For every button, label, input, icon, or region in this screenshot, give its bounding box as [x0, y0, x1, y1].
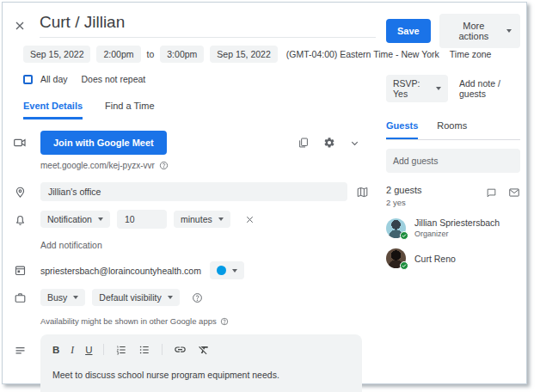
main-tabs: Event Details Find a Time — [23, 101, 376, 119]
rsvp-row: RSVP: Yes Add note / guests — [386, 75, 520, 102]
end-date-button[interactable]: Sep 15, 2022 — [210, 46, 277, 63]
google-meet-row: Join with Google Meet — [3, 131, 376, 155]
bold-button[interactable]: B — [52, 345, 59, 355]
side-panel: Save More actions RSVP: Yes Add note / g… — [386, 3, 520, 268]
add-guests-input[interactable]: Add guests — [386, 149, 520, 173]
dropdown-arrow-icon — [232, 269, 237, 273]
accepted-check-icon — [400, 261, 408, 270]
title-field[interactable]: Curt / Jillian — [40, 13, 376, 38]
insert-link-button[interactable] — [174, 343, 187, 356]
map-icon[interactable] — [356, 186, 369, 199]
meet-link: meet.google.com/kej-pyzx-vvr — [40, 161, 155, 170]
envelope-icon[interactable] — [508, 187, 520, 199]
bulleted-list-button[interactable] — [138, 344, 150, 356]
italic-button[interactable]: I — [71, 345, 74, 355]
underline-button[interactable]: U — [85, 345, 92, 355]
dropdown-arrow-icon — [506, 29, 512, 33]
guest-name: Jillian Spriestersbach — [414, 217, 500, 228]
join-meet-button[interactable]: Join with Google Meet — [40, 131, 167, 155]
event-title[interactable]: Curt / Jillian — [40, 13, 376, 32]
add-note-guests-button[interactable]: Add note / guests — [459, 78, 520, 99]
tab-event-details[interactable]: Event Details — [23, 101, 83, 119]
close-icon[interactable] — [13, 19, 27, 33]
dropdown-arrow-icon — [73, 296, 78, 299]
meet-actions — [298, 137, 360, 149]
all-day-label[interactable]: All day — [40, 74, 68, 84]
location-input[interactable]: Jillian's office — [40, 182, 347, 201]
dropdown-arrow-icon — [168, 296, 173, 299]
guest-name: Curt Reno — [414, 254, 456, 264]
end-time-button[interactable]: 3:00pm — [160, 46, 204, 63]
availability-row: Busy Default visibility — [3, 289, 376, 306]
rsvp-dropdown[interactable]: RSVP: Yes — [386, 75, 448, 102]
guests-header: 2 guests 2 yes — [386, 185, 520, 207]
briefcase-icon — [9, 291, 30, 304]
guest-row[interactable]: Curt Reno — [386, 248, 520, 268]
event-color-dropdown[interactable] — [210, 261, 244, 279]
calendar-owner-email: spriestersbach@loraincountyhealth.com — [40, 266, 201, 276]
add-notification-button[interactable]: Add notification — [40, 240, 102, 250]
guests-tabs: Guests Rooms — [386, 120, 520, 140]
tab-rooms[interactable]: Rooms — [437, 120, 467, 139]
busy-dropdown[interactable]: Busy — [40, 289, 85, 306]
dropdown-arrow-icon — [98, 217, 103, 221]
help-icon[interactable] — [220, 317, 229, 326]
toolbar-divider — [162, 344, 163, 355]
tab-guests[interactable]: Guests — [386, 120, 418, 139]
tab-find-a-time[interactable]: Find a Time — [105, 101, 154, 119]
datetime-row: Sep 15, 2022 2:00pm to 3:00pm Sep 15, 20… — [23, 46, 376, 63]
start-date-button[interactable]: Sep 15, 2022 — [23, 46, 90, 63]
start-time-button[interactable]: 2:00pm — [96, 46, 140, 63]
all-day-checkbox[interactable] — [23, 75, 33, 84]
to-label: to — [147, 49, 155, 59]
allday-row: All day Does not repeat — [23, 74, 376, 84]
notification-type-dropdown[interactable]: Notification — [40, 211, 110, 228]
description-icon — [9, 334, 30, 356]
dropdown-arrow-icon — [436, 87, 441, 90]
clear-formatting-button[interactable] — [198, 344, 210, 356]
copy-icon[interactable] — [298, 137, 310, 149]
avatar — [386, 218, 406, 238]
accepted-check-icon — [400, 231, 408, 240]
notification-unit-dropdown[interactable]: minutes — [174, 211, 230, 228]
help-icon[interactable] — [159, 161, 169, 170]
notification-value-input[interactable]: 10 — [117, 210, 167, 229]
remove-notification-icon[interactable] — [244, 214, 255, 225]
calendar-icon — [9, 264, 30, 277]
event-form: Curt / Jillian Sep 15, 2022 2:00pm to 3:… — [3, 3, 376, 392]
meet-link-row: meet.google.com/kej-pyzx-vvr — [40, 161, 376, 170]
guest-yes-count: 2 yes — [386, 198, 422, 207]
toolbar-divider — [103, 344, 104, 355]
location-row: Jillian's office — [3, 182, 376, 201]
location-pin-icon — [9, 186, 30, 199]
dropdown-arrow-icon — [218, 217, 224, 221]
help-icon[interactable] — [192, 292, 203, 303]
numbered-list-button[interactable] — [115, 344, 127, 356]
bell-icon — [9, 213, 30, 226]
chat-icon[interactable] — [486, 187, 497, 199]
recurrence-dropdown[interactable]: Does not repeat — [82, 74, 146, 84]
calendar-row: spriestersbach@loraincountyhealth.com — [3, 261, 376, 279]
visibility-dropdown[interactable]: Default visibility — [92, 289, 179, 306]
avatar — [386, 248, 406, 268]
availability-note: Availability might be shown in other Goo… — [40, 316, 376, 326]
guest-row[interactable]: Jillian Spriestersbach Organizer — [386, 217, 520, 238]
color-dot — [217, 266, 226, 275]
guest-actions — [486, 185, 520, 199]
notification-row: Notification 10 minutes — [3, 210, 376, 229]
format-toolbar: B I U — [40, 334, 362, 359]
chevron-down-icon[interactable] — [349, 138, 360, 149]
guest-role: Organizer — [414, 230, 500, 238]
more-actions-button[interactable]: More actions — [439, 14, 520, 48]
event-edit-window: Curt / Jillian Sep 15, 2022 2:00pm to 3:… — [2, 2, 527, 384]
guest-count: 2 guests — [386, 185, 422, 195]
description-editor[interactable]: B I U — [40, 334, 362, 392]
header: Curt / Jillian — [3, 3, 376, 38]
actions-row: Save More actions — [386, 14, 520, 48]
description-row: B I U — [3, 334, 376, 392]
save-button[interactable]: Save — [386, 19, 431, 43]
video-camera-icon — [9, 136, 30, 150]
gear-icon[interactable] — [323, 137, 335, 149]
description-text[interactable]: Meet to discuss school nurse program equ… — [40, 359, 362, 390]
